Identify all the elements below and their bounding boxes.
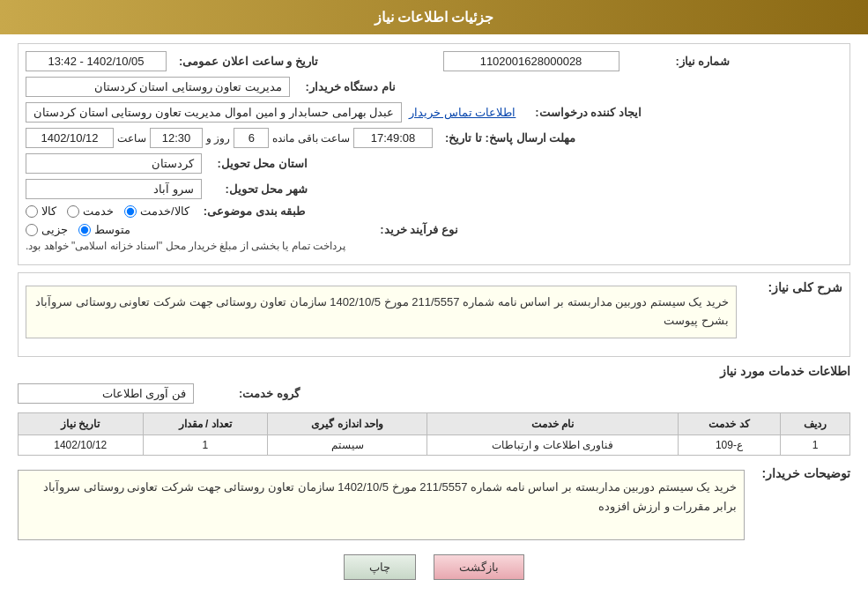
city-label: شهر محل تحویل: <box>202 182 308 196</box>
remain-label: ساعت باقی مانده <box>272 132 350 145</box>
need-number-value: 1102001628000028 <box>443 51 619 71</box>
service-group-label: گروه خدمت: <box>194 387 300 400</box>
day-label: روز و <box>206 132 230 145</box>
purchase-type-option-0[interactable]: جزیی <box>26 223 68 236</box>
general-desc-label: شرح کلی نیاز: <box>737 280 842 294</box>
category-option-1[interactable]: خدمت <box>67 204 114 218</box>
col-header: تعداد / مقدار <box>143 413 267 435</box>
col-header: کد خدمت <box>678 413 780 435</box>
service-group-value: فن آوری اطلاعات <box>18 383 194 404</box>
creator-value: عبدل بهرامی حسابدار و امین اموال مدیریت … <box>26 102 402 123</box>
city-value: سرو آباد <box>26 179 202 199</box>
back-button[interactable]: بازگشت <box>434 554 524 580</box>
province-label: استان محل تحویل: <box>202 157 308 170</box>
category-option-0[interactable]: کالا <box>26 204 56 218</box>
response-deadline-label: مهلت ارسال پاسخ: تا تاریخ: <box>438 131 575 145</box>
col-header: واحد اندازه گیری <box>267 413 427 435</box>
purchase-type-description: پرداخت تمام یا بخشی از مبلغ خریدار محل "… <box>26 240 345 252</box>
general-desc-value: خرید یک سیستم دوربین مداربسته بر اساس نا… <box>26 286 737 338</box>
need-number-label: شماره نیاز: <box>625 55 731 68</box>
purchase-type-option-1[interactable]: متوسط <box>78 223 130 236</box>
category-option-2[interactable]: کالا/خدمت <box>124 204 189 218</box>
remain-value: 17:49:08 <box>353 128 433 148</box>
time-value: 12:30 <box>150 128 203 148</box>
purchase-type-label: نوع فرآیند خرید: <box>352 223 458 236</box>
days-value: 6 <box>234 128 269 148</box>
col-header: تاریخ نیاز <box>19 413 144 435</box>
buyer-desc-value: خرید یک سیستم دوربین مداربسته بر اساس نا… <box>18 470 745 540</box>
category-label: طبقه بندی موضوعی: <box>197 204 306 218</box>
col-header: ردیف <box>781 413 850 435</box>
services-table: ردیفکد خدمتنام خدمتواحد اندازه گیریتعداد… <box>18 412 850 456</box>
announcement-date-label: تاریخ و ساعت اعلان عمومی: <box>172 55 318 68</box>
time-label: ساعت <box>117 132 146 145</box>
action-buttons: بازگشت چاپ <box>18 554 850 594</box>
province-value: کردستان <box>26 153 202 174</box>
contact-link[interactable]: اطلاعات تماس خریدار <box>409 106 516 119</box>
buyer-desc-label: توضیحات خریدار: <box>745 466 850 480</box>
deadline-date-value: 1402/10/12 <box>26 128 114 148</box>
announcement-date-value: 1402/10/05 - 13:42 <box>26 51 167 71</box>
col-header: نام خدمت <box>427 413 679 435</box>
services-section-title: اطلاعات خدمات مورد نیاز <box>18 364 850 378</box>
buyer-org-label: نام دستگاه خریدار: <box>290 80 396 93</box>
creator-label: ایجاد کننده درخواست: <box>528 106 642 119</box>
print-button[interactable]: چاپ <box>344 554 416 580</box>
page-title: جزئیات اطلاعات نیاز <box>0 0 868 34</box>
table-row: 1ع-109فناوری اطلاعات و ارتباطاتسیستم1140… <box>19 435 850 456</box>
buyer-org-value: مدیریت تعاون روستایی استان کردستان <box>26 77 290 97</box>
